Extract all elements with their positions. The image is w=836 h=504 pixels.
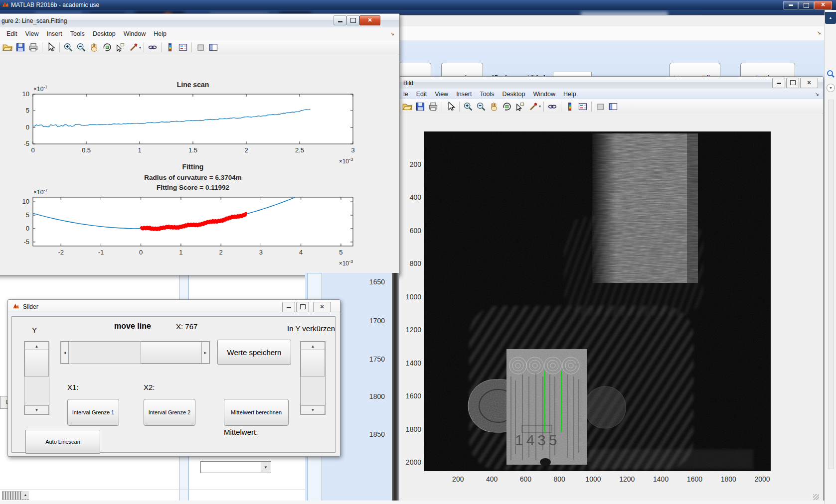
collapse-panel-icon[interactable]: ▲ [825, 12, 836, 24]
slider-right-icon[interactable]: ► [201, 342, 209, 364]
menu-window[interactable]: Window [120, 30, 150, 37]
brush-dropdown-icon[interactable]: ▾ [539, 104, 541, 109]
interval-grenze2-button[interactable]: Interval Grenze 2 [144, 399, 195, 426]
rotate-3d-icon[interactable] [501, 101, 513, 113]
close-button[interactable]: × [313, 302, 331, 312]
maximize-button[interactable] [786, 78, 799, 88]
toolbar-separator [543, 102, 544, 112]
zoom-out-icon[interactable] [75, 41, 87, 53]
restore-button[interactable] [798, 1, 814, 9]
rotate-3d-icon[interactable] [101, 41, 113, 53]
menu-help[interactable]: Help [559, 91, 580, 98]
svg-text:2: 2 [219, 249, 223, 256]
svg-text:0: 0 [26, 124, 29, 131]
bild-titlebar[interactable]: Bild × [399, 77, 823, 89]
hide-plot-tools-icon[interactable] [594, 101, 606, 113]
screen: D ▲ ▼ ↘ scale 1D reference shift [px]: -… [0, 0, 836, 504]
background-combobox[interactable]: ▼ [200, 461, 271, 473]
slider-down-icon[interactable]: ▼ [301, 405, 325, 414]
print-icon[interactable] [27, 41, 39, 53]
menu-le[interactable]: le [399, 91, 412, 98]
slider-thumb[interactable] [141, 342, 202, 364]
brush-icon[interactable] [127, 41, 139, 53]
toolbar-separator [42, 42, 42, 52]
menu-insert[interactable]: Insert [42, 30, 66, 37]
zoom-out-icon[interactable] [475, 101, 487, 113]
slider-thumb[interactable] [24, 350, 49, 377]
data-cursor-icon[interactable] [514, 101, 526, 113]
svg-text:5: 5 [26, 211, 29, 219]
insert-colorbar-icon[interactable] [564, 101, 576, 113]
save-icon[interactable] [14, 41, 26, 53]
zoom-in-icon[interactable] [62, 41, 74, 53]
menu-overflow-icon[interactable]: ↘ [817, 30, 821, 35]
chevron-down-icon[interactable]: ▼ [261, 462, 270, 472]
auto-linescan-button[interactable]: Auto Linescan [25, 430, 100, 454]
minimize-button[interactable] [783, 1, 798, 9]
splitter-arrow-icon[interactable]: ▲ [22, 491, 29, 499]
pan-icon[interactable] [88, 41, 100, 53]
show-plot-tools-icon[interactable] [607, 101, 619, 113]
pan-icon[interactable] [488, 101, 500, 113]
chevron-down-icon[interactable]: ▼ [827, 84, 835, 92]
menu-window[interactable]: Window [529, 91, 559, 98]
in-y-slider[interactable]: ▲ ▼ [300, 341, 326, 415]
move-line-slider[interactable]: ◄ ► [60, 341, 210, 364]
menu-tools[interactable]: Tools [476, 91, 498, 98]
open-folder-icon[interactable] [401, 101, 413, 113]
menu-overflow-icon[interactable]: ↘ [390, 31, 394, 36]
show-plot-tools-icon[interactable] [207, 41, 219, 53]
print-icon[interactable] [427, 101, 439, 113]
interval-grenze1-button[interactable]: Interval Grenze 1 [67, 399, 119, 426]
hide-plot-tools-icon[interactable] [194, 41, 206, 53]
minimize-button[interactable] [282, 302, 295, 312]
menu-overflow-icon[interactable]: ↘ [815, 91, 819, 97]
insert-colorbar-icon[interactable] [164, 41, 176, 53]
menu-insert[interactable]: Insert [452, 91, 476, 98]
insert-legend-icon[interactable] [577, 101, 589, 113]
figure2-titlebar[interactable]: gure 2: Line_scan,Fitting ✕ [0, 14, 399, 28]
figure2-plots[interactable]: Line scan00.511.522.53-50510×10-7×10-3Fi… [0, 54, 398, 274]
save-icon[interactable] [414, 101, 426, 113]
slider-titlebar[interactable]: Slider × [8, 300, 340, 314]
search-icon[interactable] [827, 70, 835, 78]
minimize-button[interactable] [772, 78, 785, 88]
svg-text:×10-3: ×10-3 [339, 259, 353, 267]
maximize-button[interactable] [296, 302, 309, 312]
menu-view[interactable]: View [431, 91, 452, 98]
menu-edit[interactable]: Edit [412, 91, 431, 98]
bild-ytick: 1400 [399, 359, 421, 367]
brush-dropdown-icon[interactable]: ▾ [139, 45, 141, 50]
interferogram-image[interactable]: 1435 [424, 131, 771, 471]
scrollbar[interactable] [828, 100, 834, 469]
close-button[interactable]: ✕ [359, 15, 380, 25]
bild-xtick: 800 [547, 475, 572, 483]
slider-left-icon[interactable]: ◄ [61, 342, 69, 364]
slider-thumb[interactable] [301, 350, 325, 377]
brush-icon[interactable] [527, 101, 539, 113]
slider-down-icon[interactable]: ▼ [24, 405, 49, 414]
zoom-in-icon[interactable] [462, 101, 474, 113]
menu-desktop[interactable]: Desktop [89, 30, 120, 37]
mittelwert-berechnen-button[interactable]: Mittelwert berechnen [224, 399, 289, 426]
menu-help[interactable]: Help [150, 30, 170, 37]
maximize-button[interactable] [346, 15, 359, 25]
minimize-button[interactable] [334, 15, 346, 25]
close-button[interactable]: × [800, 78, 818, 88]
insert-legend-icon[interactable] [177, 41, 189, 53]
menu-desktop[interactable]: Desktop [499, 91, 529, 98]
open-folder-icon[interactable] [1, 41, 13, 53]
y-slider[interactable]: ▲ ▼ [24, 341, 49, 415]
cursor-icon[interactable] [445, 101, 457, 113]
link-icon[interactable] [147, 41, 159, 53]
menu-view[interactable]: View [21, 30, 43, 37]
resize-grip[interactable] [813, 494, 819, 500]
data-cursor-icon[interactable] [114, 41, 126, 53]
close-button[interactable]: ✕ [814, 1, 832, 9]
menu-tools[interactable]: Tools [66, 30, 89, 37]
main-titlebar[interactable]: MATLAB R2016b - academic use ✕ [0, 0, 836, 10]
menu-edit[interactable]: Edit [2, 30, 21, 37]
werte-speichern-button[interactable]: Werte speichern [217, 340, 291, 365]
link-icon[interactable] [546, 101, 558, 113]
cursor-icon[interactable] [45, 41, 57, 53]
